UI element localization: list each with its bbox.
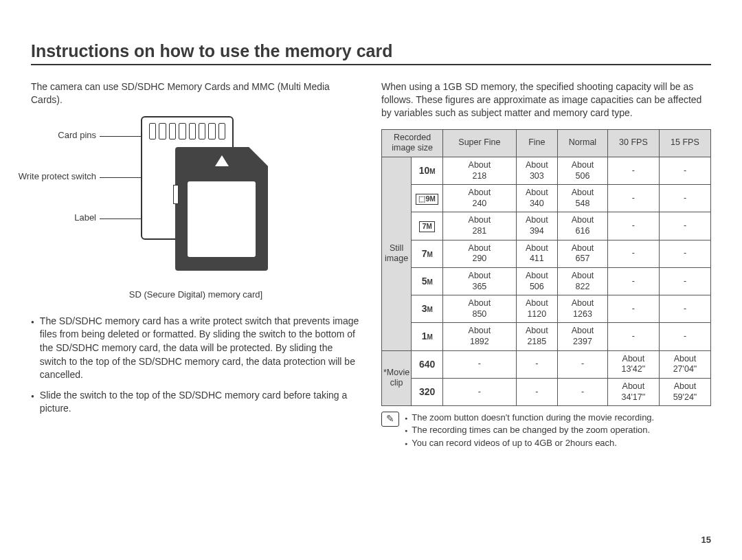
- sd-card-figure: Card pins Write protect switch Label: [31, 116, 361, 281]
- th-30fps: 30 FPS: [607, 129, 659, 157]
- capacity-cell: -: [607, 157, 659, 184]
- capacity-cell: -: [443, 378, 516, 405]
- note-item: The recording times can be changed by th…: [405, 424, 654, 436]
- capacity-cell: About850: [443, 295, 516, 323]
- note-text: The recording times can be changed by th…: [412, 424, 650, 436]
- capacity-cell: -: [516, 378, 558, 405]
- capacity-cell: About2397: [558, 323, 608, 350]
- table-row: 7MAbout281About394About616--: [382, 212, 711, 240]
- note-text: You can record videos of up to 4GB or 2h…: [412, 437, 617, 449]
- size-icon: 320: [412, 378, 443, 405]
- capacity-cell: About290: [443, 240, 516, 267]
- note-item: You can record videos of up to 4GB or 2h…: [405, 437, 654, 449]
- card-label-area: [188, 181, 256, 257]
- size-icon: 1M: [412, 323, 443, 350]
- callout-switch-label: Write protect switch: [19, 171, 96, 181]
- capacity-cell: About657: [558, 240, 608, 267]
- capacity-cell: -: [659, 185, 710, 212]
- capacity-cell: -: [659, 157, 710, 184]
- capacity-cell: -: [607, 212, 659, 240]
- note-block: The zoom button doesn't function during …: [381, 412, 711, 449]
- table-row: *Movieclip640---About13'42"About27'04": [382, 350, 711, 378]
- capacity-table: Recorded image size Super Fine Fine Norm…: [381, 129, 711, 407]
- left-bullets: The SD/SDHC memory card has a write prot…: [31, 315, 361, 416]
- arrow-icon: [215, 155, 229, 166]
- capacity-cell: -: [659, 267, 710, 295]
- bullet-text: The SD/SDHC memory card has a write prot…: [40, 315, 361, 382]
- th-fine: Fine: [516, 129, 558, 157]
- capacity-cell: About303: [516, 157, 558, 184]
- capacity-cell: About548: [558, 185, 608, 212]
- size-icon: 640: [412, 350, 443, 378]
- capacity-cell: About365: [443, 267, 516, 295]
- callout-pins: Card pins: [31, 130, 96, 140]
- capacity-cell: -: [659, 240, 710, 267]
- page-number: 15: [701, 535, 711, 545]
- table-row: ⬚9MAbout240About340About548--: [382, 185, 711, 212]
- table-row: 5MAbout365About506About822--: [382, 267, 711, 295]
- callout-label-label: Label: [74, 212, 96, 223]
- intro-right: When using a 1GB SD memory, the specifie…: [381, 80, 711, 120]
- capacity-cell: -: [607, 240, 659, 267]
- capacity-cell: -: [659, 323, 710, 350]
- note-item: The zoom button doesn't function during …: [405, 412, 654, 424]
- capacity-cell: About34'17": [607, 378, 659, 405]
- callout-pins-label: Card pins: [58, 130, 96, 140]
- table-row: 320---About34'17"About59'24": [382, 378, 711, 405]
- size-icon: 7M: [412, 212, 443, 240]
- th-normal: Normal: [558, 129, 608, 157]
- note-icon: [381, 412, 399, 427]
- capacity-cell: -: [516, 350, 558, 378]
- capacity-cell: About27'04": [659, 350, 710, 378]
- note-list: The zoom button doesn't function during …: [405, 412, 654, 449]
- sd-card-front: [175, 147, 268, 271]
- capacity-cell: About240: [443, 185, 516, 212]
- intro-left: The camera can use SD/SDHC Memory Cards …: [31, 80, 361, 107]
- category-movie: *Movieclip: [382, 350, 412, 406]
- capacity-cell: About1263: [558, 295, 608, 323]
- bullet-item: Slide the switch to the top of the SD/SD…: [31, 389, 361, 416]
- page-title: Instructions on how to use the memory ca…: [31, 41, 711, 65]
- bullet-text: Slide the switch to the top of the SD/SD…: [40, 389, 361, 416]
- content-columns: The camera can use SD/SDHC Memory Cards …: [31, 80, 711, 449]
- note-text: The zoom button doesn't function during …: [412, 412, 654, 424]
- bullet-item: The SD/SDHC memory card has a write prot…: [31, 315, 361, 382]
- card-pins-graphic: [149, 123, 225, 139]
- table-row: Stillimage10MAbout218About303About506--: [382, 157, 711, 184]
- table-row: 1MAbout1892About2185About2397--: [382, 323, 711, 350]
- category-still: Stillimage: [382, 157, 412, 350]
- capacity-cell: About394: [516, 212, 558, 240]
- capacity-cell: -: [607, 323, 659, 350]
- size-icon: 5M: [412, 267, 443, 295]
- size-icon: ⬚9M: [412, 185, 443, 212]
- capacity-cell: About506: [558, 157, 608, 184]
- write-protect-switch-graphic: [173, 185, 179, 204]
- th-15fps: 15 FPS: [659, 129, 710, 157]
- capacity-cell: About218: [443, 157, 516, 184]
- table-row: 3MAbout850About1120About1263--: [382, 295, 711, 323]
- capacity-cell: -: [607, 185, 659, 212]
- capacity-cell: About59'24": [659, 378, 710, 405]
- capacity-cell: About616: [558, 212, 608, 240]
- size-icon: 10M: [412, 157, 443, 184]
- capacity-cell: -: [558, 350, 608, 378]
- capacity-cell: -: [443, 350, 516, 378]
- table-row: 7MAbout290About411About657--: [382, 240, 711, 267]
- right-column: When using a 1GB SD memory, the specifie…: [381, 80, 711, 449]
- capacity-cell: About2185: [516, 323, 558, 350]
- callout-label: Label: [31, 212, 96, 223]
- capacity-cell: -: [607, 267, 659, 295]
- table-header-row: Recorded image size Super Fine Fine Norm…: [382, 129, 711, 157]
- capacity-cell: About822: [558, 267, 608, 295]
- left-column: The camera can use SD/SDHC Memory Cards …: [31, 80, 361, 449]
- capacity-cell: -: [659, 212, 710, 240]
- callout-switch: Write protect switch: [3, 171, 96, 181]
- th-size: Recorded image size: [382, 129, 443, 157]
- capacity-cell: About281: [443, 212, 516, 240]
- size-icon: 3M: [412, 295, 443, 323]
- th-superfine: Super Fine: [443, 129, 516, 157]
- capacity-cell: About506: [516, 267, 558, 295]
- capacity-cell: -: [558, 378, 608, 405]
- figure-caption: SD (Secure Digital) memory card]: [31, 289, 361, 300]
- capacity-cell: About1892: [443, 323, 516, 350]
